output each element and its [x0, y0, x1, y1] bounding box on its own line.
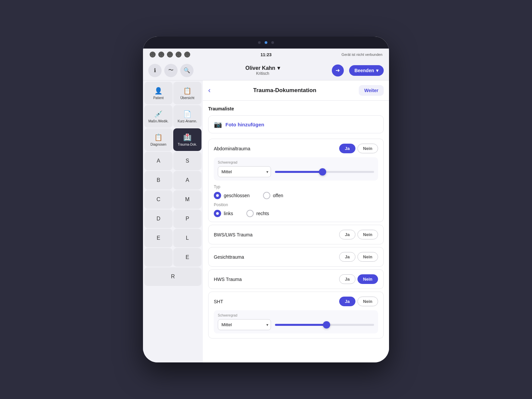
- massnahmen-label: Maßn./Medik.: [148, 119, 169, 123]
- typ-label: Typ: [214, 185, 378, 189]
- sidebar-letter-m[interactable]: M: [173, 190, 201, 209]
- info-button[interactable]: ℹ: [148, 64, 162, 77]
- position-rechts-label: rechts: [256, 211, 269, 216]
- sidebar-letter-e2[interactable]: E: [173, 248, 201, 267]
- weiter-button[interactable]: Weiter: [359, 85, 384, 96]
- abdominaltrauma-name: Abdominaltrauma: [214, 146, 250, 151]
- schweregrad-row-2: Mittel Leicht Schwer ▾: [218, 319, 374, 330]
- typ-geschlossen[interactable]: geschlossen: [214, 192, 250, 199]
- sidebar-letter-a1[interactable]: A: [144, 152, 173, 170]
- sht-name: SHT: [214, 299, 223, 304]
- abdominaltrauma-buttons: Ja Nein: [339, 144, 378, 153]
- trauma-bws-lws: BWS/LWS Trauma Ja Nein: [208, 225, 384, 244]
- slider-thumb-2[interactable]: [323, 321, 330, 329]
- beenden-button[interactable]: Beenden ▾: [349, 65, 384, 76]
- sht-ja-button[interactable]: Ja: [339, 297, 355, 306]
- position-radio-row: links rechts: [214, 210, 378, 217]
- schweregrad-slider-2[interactable]: [275, 324, 374, 326]
- sidebar-item-massnahmen[interactable]: 💉 Maßn./Medik.: [144, 105, 173, 128]
- abdominaltrauma-schweregrad: Schweregrad Mittel Leicht Schwer ▾: [214, 157, 378, 181]
- sidebar-letter-a2[interactable]: A: [173, 171, 201, 190]
- position-links[interactable]: links: [214, 210, 233, 217]
- position-links-radio: [214, 210, 221, 217]
- bws-lws-ja-button[interactable]: Ja: [339, 230, 355, 239]
- typ-geschlossen-radio: [214, 192, 221, 199]
- diagnosen-label: Diagnosen: [151, 143, 167, 147]
- sidebar-item-traumadok[interactable]: 🏥 Trauma-Dok.: [173, 128, 201, 151]
- vitals-button[interactable]: 〜: [164, 64, 178, 77]
- abdominaltrauma-ja-button[interactable]: Ja: [339, 144, 355, 153]
- sidebar-letter-b[interactable]: B: [144, 171, 173, 190]
- camera-dot-2: [265, 41, 267, 44]
- patient-name: Oliver Kahn ▾: [245, 65, 280, 71]
- bws-lws-row: BWS/LWS Trauma Ja Nein: [214, 230, 378, 239]
- schweregrad-select-1[interactable]: Mittel Leicht Schwer: [218, 166, 271, 177]
- sidebar-item-diagnosen[interactable]: 📋 Diagnosen: [144, 128, 173, 151]
- status-time: 11:23: [260, 52, 271, 57]
- sidebar-row-letters-6: E: [144, 248, 201, 267]
- massnahmen-icon: 💉: [154, 110, 163, 118]
- gesicht-name: Gesichttrauma: [214, 254, 244, 260]
- schweregrad-slider-1[interactable]: [275, 171, 374, 173]
- position-links-label: links: [224, 211, 233, 216]
- gesicht-nein-button[interactable]: Nein: [357, 252, 378, 262]
- sidebar-row-letters-5: E L: [144, 229, 201, 247]
- sidebar-row-3: 📋 Diagnosen 🏥 Trauma-Dok.: [144, 128, 201, 151]
- tablet-top-bar: [143, 37, 389, 49]
- gesicht-buttons: Ja Nein: [339, 252, 378, 262]
- abdominaltrauma-row: Abdominaltrauma Ja Nein: [214, 144, 378, 153]
- traumadok-icon: 🏥: [183, 133, 192, 141]
- content-panel: ‹ Trauma-Dokumentation Weiter Traumalist…: [203, 80, 389, 362]
- typ-offen-label: offen: [273, 193, 283, 198]
- headphone-icon-2: 🎧: [158, 52, 164, 58]
- foto-card[interactable]: 📷 Foto hinzufügen: [208, 115, 384, 133]
- sidebar: 👤 Patient 📋 Übersicht 💉 Maßn./Medik. 📄 K…: [143, 80, 203, 362]
- sidebar-item-patient[interactable]: 👤 Patient: [144, 82, 173, 104]
- sht-schweregrad: Schweregrad Mittel Leicht Schwer ▾: [214, 310, 378, 333]
- hws-buttons: Ja Nein: [339, 274, 378, 284]
- diagnosen-icon: 📋: [154, 133, 163, 141]
- sidebar-row-letters-3: C M: [144, 190, 201, 209]
- hws-ja-button[interactable]: Ja: [339, 274, 355, 284]
- sidebar-letter-d[interactable]: D: [144, 209, 173, 228]
- sidebar-letter-l[interactable]: L: [173, 229, 201, 247]
- schweregrad-select-2[interactable]: Mittel Leicht Schwer: [218, 319, 271, 330]
- typ-geschlossen-label: geschlossen: [224, 193, 250, 198]
- sidebar-row-letters-2: B A: [144, 171, 201, 190]
- sidebar-letter-e1[interactable]: E: [144, 229, 173, 247]
- typ-offen[interactable]: offen: [263, 192, 283, 199]
- sidebar-letter-c[interactable]: C: [144, 190, 173, 209]
- chevron-down-icon: ▾: [376, 68, 378, 73]
- headphone-icon-1: 🎧: [150, 52, 156, 58]
- sht-buttons: Ja Nein: [339, 297, 378, 306]
- back-button[interactable]: ‹: [208, 86, 210, 95]
- sidebar-row-letters-7: R: [144, 267, 201, 286]
- position-rechts[interactable]: rechts: [246, 210, 269, 217]
- hws-name: HWS Trauma: [214, 277, 242, 282]
- slider-thumb-1[interactable]: [319, 168, 326, 176]
- search-button[interactable]: 🔍: [180, 64, 194, 77]
- navigate-button[interactable]: ➜: [332, 65, 344, 76]
- abdominaltrauma-nein-button[interactable]: Nein: [357, 144, 378, 153]
- sidebar-item-kurzanamn[interactable]: 📄 Kurz-Anamn.: [173, 105, 201, 128]
- kurzanamn-label: Kurz-Anamn.: [178, 119, 197, 123]
- sidebar-letter-p[interactable]: P: [173, 209, 201, 228]
- hws-nein-button[interactable]: Nein: [357, 274, 378, 284]
- trauma-abdominaltrauma: Abdominaltrauma Ja Nein Schweregrad Mitt…: [208, 139, 384, 222]
- sidebar-letter-r[interactable]: R: [144, 267, 201, 286]
- sht-nein-button[interactable]: Nein: [357, 297, 378, 306]
- content-header: ‹ Trauma-Dokumentation Weiter: [203, 80, 389, 101]
- trauma-gesicht: Gesichttrauma Ja Nein: [208, 247, 384, 267]
- foto-label: Foto hinzufügen: [225, 122, 264, 127]
- schweregrad-row-1: Mittel Leicht Schwer ▾: [218, 166, 374, 177]
- tablet-frame: 🎧 🎧 🎧 🎧 🎧 11:23 Gerät ist nicht verbunde…: [143, 37, 389, 362]
- schweregrad-select-wrapper-1: Mittel Leicht Schwer ▾: [218, 166, 271, 177]
- gesicht-ja-button[interactable]: Ja: [339, 252, 355, 262]
- sidebar-item-uebersicht[interactable]: 📋 Übersicht: [173, 82, 201, 104]
- bws-lws-nein-button[interactable]: Nein: [357, 230, 378, 239]
- sidebar-row-letters-4: D P: [144, 209, 201, 228]
- patient-status: Kritisch: [256, 71, 269, 76]
- uebersicht-icon: 📋: [183, 87, 192, 95]
- traumadok-label: Trauma-Dok.: [178, 143, 197, 147]
- sidebar-letter-s[interactable]: S: [173, 152, 201, 170]
